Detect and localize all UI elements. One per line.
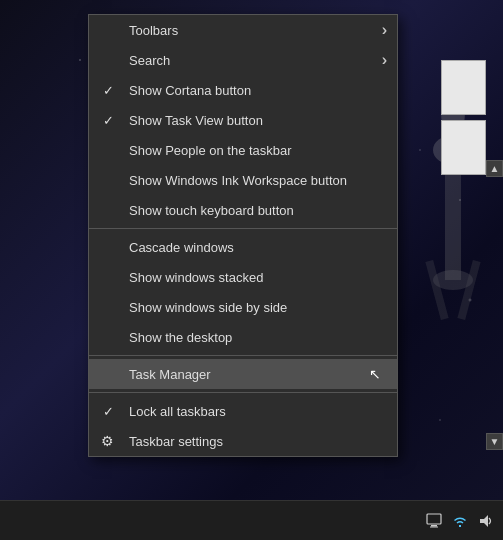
context-menu: Toolbars › Search › Show Cortana button … [88, 14, 398, 457]
cursor-indicator: ↖ [369, 366, 381, 382]
menu-separator-1 [89, 228, 397, 229]
taskbar-volume-icon[interactable] [477, 512, 495, 530]
menu-item-search[interactable]: Search › [89, 45, 397, 75]
menu-item-show-people-label: Show People on the taskbar [129, 143, 381, 158]
svg-rect-7 [427, 514, 441, 524]
svg-rect-8 [431, 525, 437, 527]
menu-item-toolbars[interactable]: Toolbars › [89, 15, 397, 45]
taskbar-system-icons [425, 512, 495, 530]
menu-item-lock-taskbars-label: Lock all taskbars [129, 404, 381, 419]
svg-rect-2 [445, 160, 461, 280]
right-panel-top [441, 60, 486, 115]
taskbar-monitor-icon[interactable] [425, 512, 443, 530]
menu-separator-3 [89, 392, 397, 393]
menu-item-side-by-side[interactable]: Show windows side by side [89, 292, 397, 322]
menu-item-show-ink-label: Show Windows Ink Workspace button [129, 173, 381, 188]
menu-separator-2 [89, 355, 397, 356]
taskbar-wifi-icon[interactable] [451, 512, 469, 530]
menu-item-taskbar-settings-label: Taskbar settings [129, 434, 381, 449]
menu-item-search-label: Search [129, 53, 381, 68]
menu-item-show-desktop[interactable]: Show the desktop [89, 322, 397, 352]
menu-item-stacked-label: Show windows stacked [129, 270, 381, 285]
taskbar [0, 500, 503, 540]
menu-item-cascade[interactable]: Cascade windows [89, 232, 397, 262]
spaceship-decoration [423, 60, 483, 440]
menu-item-show-taskview-label: Show Task View button [129, 113, 381, 128]
menu-item-show-touch-label: Show touch keyboard button [129, 203, 381, 218]
scroll-down-button[interactable]: ▼ [486, 433, 503, 450]
menu-item-stacked[interactable]: Show windows stacked [89, 262, 397, 292]
menu-item-toolbars-label: Toolbars [129, 23, 381, 38]
right-panel-bottom [441, 120, 486, 175]
svg-marker-10 [480, 515, 488, 527]
menu-item-show-touch[interactable]: Show touch keyboard button [89, 195, 397, 225]
menu-item-show-cortana[interactable]: Show Cortana button [89, 75, 397, 105]
svg-rect-9 [430, 526, 438, 527]
menu-item-lock-taskbars[interactable]: Lock all taskbars [89, 396, 397, 426]
menu-item-task-manager[interactable]: Task Manager ↖ [89, 359, 397, 389]
submenu-arrow-icon-2: › [382, 52, 387, 68]
menu-item-taskbar-settings[interactable]: Taskbar settings [89, 426, 397, 456]
scroll-up-button[interactable]: ▲ [486, 160, 503, 177]
menu-item-show-people[interactable]: Show People on the taskbar [89, 135, 397, 165]
menu-item-cascade-label: Cascade windows [129, 240, 381, 255]
menu-item-show-ink[interactable]: Show Windows Ink Workspace button [89, 165, 397, 195]
menu-item-task-manager-label: Task Manager [129, 367, 381, 382]
scroll-area: ▲ ▼ [486, 60, 503, 500]
menu-item-show-cortana-label: Show Cortana button [129, 83, 381, 98]
submenu-arrow-icon: › [382, 22, 387, 38]
menu-item-side-by-side-label: Show windows side by side [129, 300, 381, 315]
menu-item-show-taskview[interactable]: Show Task View button [89, 105, 397, 135]
menu-item-show-desktop-label: Show the desktop [129, 330, 381, 345]
